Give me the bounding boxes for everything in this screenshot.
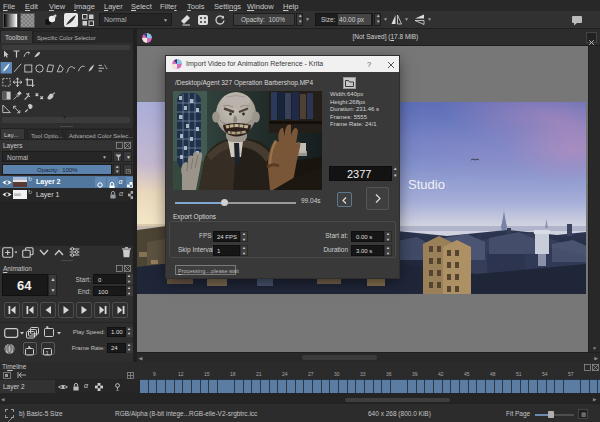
svg-text:Studio: Studio — [408, 177, 445, 192]
